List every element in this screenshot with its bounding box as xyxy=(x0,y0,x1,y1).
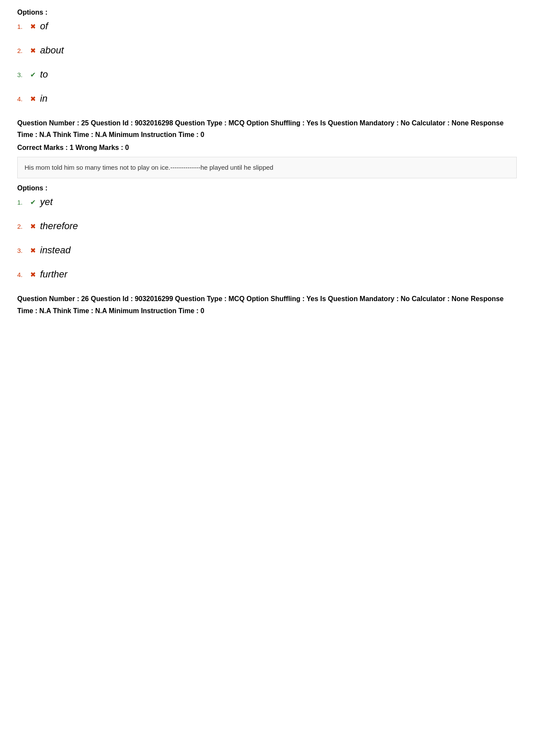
q25-option-number-2: 2. xyxy=(17,223,30,230)
list-item: 1. ✖ of xyxy=(17,21,517,32)
wrong-icon-2: ✖ xyxy=(30,47,36,55)
question-25-text: His mom told him so many times not to pl… xyxy=(17,157,517,178)
question-25-section: Question Number : 25 Question Id : 90320… xyxy=(17,117,517,280)
wrong-icon-1: ✖ xyxy=(30,22,36,31)
q25-option-text-4: further xyxy=(40,269,68,280)
q25-option-text-1: yet xyxy=(40,196,53,208)
q25-option-text-2: therefore xyxy=(40,221,78,232)
correct-icon-3: ✔ xyxy=(30,71,36,79)
q25-wrong-icon-3: ✖ xyxy=(30,246,36,255)
prev-options-label: Options : xyxy=(17,9,517,16)
wrong-icon-4: ✖ xyxy=(30,95,36,103)
option-text-3: to xyxy=(40,69,48,80)
list-item: 3. ✔ to xyxy=(17,69,517,80)
previous-options-section: Options : 1. ✖ of 2. ✖ about 3. ✔ to 4. … xyxy=(17,9,517,104)
list-item: 1. ✔ yet xyxy=(17,196,517,208)
question-26-meta: Question Number : 26 Question Id : 90320… xyxy=(17,293,517,316)
option-number-3: 3. xyxy=(17,71,30,78)
q25-wrong-icon-2: ✖ xyxy=(30,222,36,230)
q25-option-number-4: 4. xyxy=(17,271,30,278)
q25-option-text-3: instead xyxy=(40,245,71,256)
q25-correct-icon-1: ✔ xyxy=(30,198,36,206)
option-text-4: in xyxy=(40,93,47,104)
question-25-meta: Question Number : 25 Question Id : 90320… xyxy=(17,117,517,140)
list-item: 4. ✖ in xyxy=(17,93,517,104)
q25-wrong-icon-4: ✖ xyxy=(30,271,36,279)
q25-option-number-1: 1. xyxy=(17,199,30,206)
list-item: 4. ✖ further xyxy=(17,269,517,280)
options-label-25: Options : xyxy=(17,184,517,192)
question-26-section: Question Number : 26 Question Id : 90320… xyxy=(17,293,517,316)
q25-option-number-3: 3. xyxy=(17,247,30,254)
list-item: 2. ✖ about xyxy=(17,45,517,56)
option-text-1: of xyxy=(40,21,48,32)
list-item: 3. ✖ instead xyxy=(17,245,517,256)
option-number-4: 4. xyxy=(17,95,30,103)
option-text-2: about xyxy=(40,45,64,56)
question-25-marks: Correct Marks : 1 Wrong Marks : 0 xyxy=(17,144,517,152)
option-number-2: 2. xyxy=(17,47,30,54)
option-number-1: 1. xyxy=(17,23,30,30)
list-item: 2. ✖ therefore xyxy=(17,221,517,232)
